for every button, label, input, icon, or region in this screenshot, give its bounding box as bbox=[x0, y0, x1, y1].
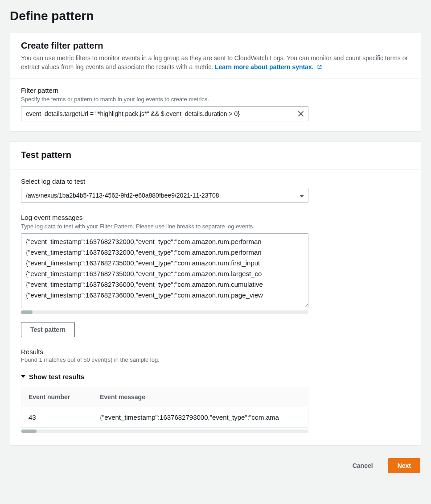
filter-pattern-label: Filter pattern bbox=[21, 87, 410, 94]
external-link-icon bbox=[317, 64, 322, 70]
log-scroll-thumb[interactable] bbox=[21, 310, 33, 314]
table-row: 43 {"event_timestamp":1637682793000,"eve… bbox=[21, 407, 308, 427]
log-scroll-track[interactable] bbox=[21, 310, 308, 314]
close-icon bbox=[298, 111, 304, 117]
create-filter-description: You can use metric filters to monitor ev… bbox=[21, 54, 410, 72]
filter-pattern-input-wrap bbox=[21, 106, 308, 121]
test-pattern-body: Select log data to test /aws/nexus/1ba2b… bbox=[10, 169, 421, 445]
filter-pattern-hint: Specify the terms or pattern to match in… bbox=[21, 96, 410, 103]
create-filter-body: Filter pattern Specify the terms or patt… bbox=[10, 78, 421, 131]
create-filter-header: Create filter pattern You can use metric… bbox=[10, 33, 421, 78]
cell-event-message: {"event_timestamp":1637682793000,"event_… bbox=[93, 407, 308, 427]
select-log-wrap: /aws/nexus/1ba2b4b5-7113-4562-9fd2-e60a8… bbox=[21, 188, 308, 203]
page-title: Define pattern bbox=[10, 9, 421, 23]
caret-down-icon bbox=[21, 375, 25, 378]
col-event-number: Event number bbox=[21, 387, 93, 407]
log-messages-textarea[interactable] bbox=[21, 233, 308, 308]
results-label: Results bbox=[21, 348, 410, 355]
results-table: Event number Event message 43 {"event_ti… bbox=[21, 387, 308, 428]
select-log-dropdown[interactable]: /aws/nexus/1ba2b4b5-7113-4562-9fd2-e60a8… bbox=[21, 188, 308, 203]
footer-actions: Cancel Next bbox=[10, 455, 421, 478]
log-messages-label: Log event messages bbox=[21, 214, 410, 221]
test-pattern-panel: Test pattern Select log data to test /aw… bbox=[10, 141, 421, 446]
results-scroll-thumb[interactable] bbox=[21, 430, 37, 433]
show-test-results-label: Show test results bbox=[29, 373, 84, 380]
create-filter-title: Create filter pattern bbox=[21, 41, 410, 51]
select-log-label: Select log data to test bbox=[21, 178, 410, 185]
cancel-button[interactable]: Cancel bbox=[344, 458, 382, 473]
col-event-message: Event message bbox=[93, 387, 308, 407]
cell-event-number: 43 bbox=[21, 407, 93, 427]
create-filter-panel: Create filter pattern You can use metric… bbox=[10, 32, 421, 132]
results-box: Event number Event message 43 {"event_ti… bbox=[21, 387, 308, 435]
next-button[interactable]: Next bbox=[388, 458, 420, 473]
clear-filter-button[interactable] bbox=[295, 108, 307, 120]
test-pattern-header: Test pattern bbox=[10, 142, 421, 169]
filter-pattern-input[interactable] bbox=[21, 106, 308, 121]
test-pattern-title: Test pattern bbox=[21, 150, 410, 160]
show-test-results-toggle[interactable]: Show test results bbox=[21, 367, 410, 387]
results-summary: Found 1 matches out of 50 event(s) in th… bbox=[21, 356, 410, 363]
results-scroll-track[interactable] bbox=[21, 430, 308, 433]
test-pattern-button[interactable]: Test pattern bbox=[21, 322, 75, 337]
learn-more-link[interactable]: Learn more about pattern syntax. bbox=[215, 63, 322, 70]
log-messages-hint: Type log data to test with your Filter P… bbox=[21, 223, 410, 230]
